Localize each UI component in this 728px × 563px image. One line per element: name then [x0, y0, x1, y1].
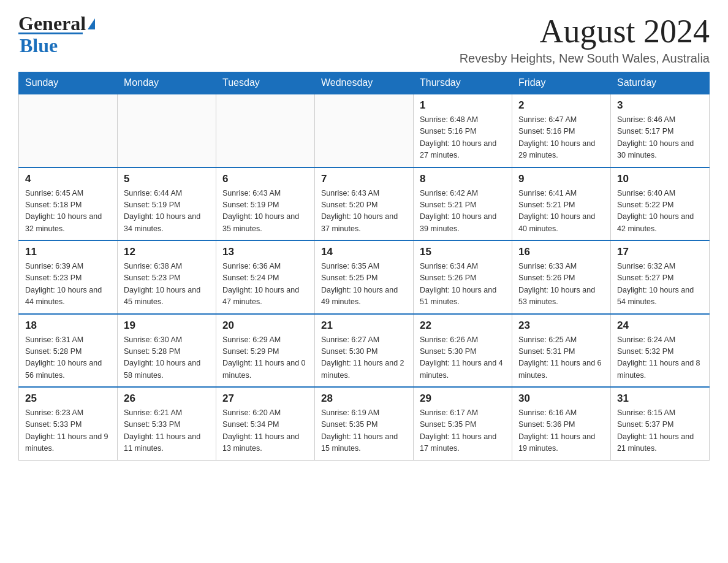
- day-info: Sunrise: 6:42 AMSunset: 5:21 PMDaylight:…: [420, 188, 506, 236]
- day-info: Sunrise: 6:15 AMSunset: 5:37 PMDaylight:…: [617, 407, 703, 455]
- calendar-day-cell: 29Sunrise: 6:17 AMSunset: 5:35 PMDayligh…: [414, 387, 512, 460]
- calendar-day-cell: [118, 94, 216, 167]
- day-info: Sunrise: 6:36 AMSunset: 5:24 PMDaylight:…: [222, 261, 308, 308]
- calendar-day-cell: 10Sunrise: 6:40 AMSunset: 5:22 PMDayligh…: [611, 167, 710, 241]
- location-text: Revesby Heights, New South Wales, Austra…: [460, 52, 710, 66]
- day-info: Sunrise: 6:35 AMSunset: 5:25 PMDaylight:…: [321, 261, 407, 308]
- day-number: 16: [518, 246, 604, 258]
- day-info: Sunrise: 6:41 AMSunset: 5:21 PMDaylight:…: [518, 188, 604, 236]
- day-info: Sunrise: 6:16 AMSunset: 5:36 PMDaylight:…: [518, 407, 604, 455]
- day-number: 17: [617, 246, 703, 258]
- calendar-day-cell: 19Sunrise: 6:30 AMSunset: 5:28 PMDayligh…: [118, 314, 216, 388]
- logo-general-text: General: [18, 12, 86, 35]
- calendar-day-cell: 8Sunrise: 6:42 AMSunset: 5:21 PMDaylight…: [414, 167, 512, 241]
- day-number: 14: [321, 246, 407, 258]
- day-number: 20: [222, 320, 308, 332]
- calendar-day-cell: 31Sunrise: 6:15 AMSunset: 5:37 PMDayligh…: [611, 387, 710, 460]
- day-number: 5: [124, 173, 210, 185]
- day-info: Sunrise: 6:19 AMSunset: 5:35 PMDaylight:…: [321, 407, 407, 455]
- day-info: Sunrise: 6:17 AMSunset: 5:35 PMDaylight:…: [420, 407, 506, 455]
- calendar-header-row: SundayMondayTuesdayWednesdayThursdayFrid…: [19, 72, 710, 94]
- day-info: Sunrise: 6:33 AMSunset: 5:26 PMDaylight:…: [518, 261, 604, 308]
- day-number: 18: [25, 320, 111, 332]
- day-info: Sunrise: 6:38 AMSunset: 5:23 PMDaylight:…: [124, 261, 210, 308]
- calendar-day-cell: 3Sunrise: 6:46 AMSunset: 5:17 PMDaylight…: [611, 94, 710, 167]
- day-info: Sunrise: 6:26 AMSunset: 5:30 PMDaylight:…: [420, 334, 506, 382]
- calendar-day-cell: 5Sunrise: 6:44 AMSunset: 5:19 PMDaylight…: [118, 167, 216, 241]
- calendar-header-tuesday: Tuesday: [216, 72, 315, 94]
- logo-blue-text: Blue: [20, 34, 58, 56]
- calendar-week-row: 11Sunrise: 6:39 AMSunset: 5:23 PMDayligh…: [19, 240, 710, 314]
- day-info: Sunrise: 6:48 AMSunset: 5:16 PMDaylight:…: [420, 114, 506, 162]
- calendar-day-cell: 17Sunrise: 6:32 AMSunset: 5:27 PMDayligh…: [611, 240, 710, 314]
- day-number: 19: [124, 320, 210, 332]
- calendar-day-cell: 27Sunrise: 6:20 AMSunset: 5:34 PMDayligh…: [216, 387, 315, 460]
- calendar-day-cell: 2Sunrise: 6:47 AMSunset: 5:16 PMDaylight…: [512, 94, 611, 167]
- day-number: 12: [124, 246, 210, 258]
- day-number: 25: [25, 393, 111, 405]
- day-number: 11: [25, 246, 111, 258]
- calendar-day-cell: 21Sunrise: 6:27 AMSunset: 5:30 PMDayligh…: [315, 314, 414, 388]
- day-info: Sunrise: 6:44 AMSunset: 5:19 PMDaylight:…: [124, 188, 210, 236]
- calendar-day-cell: 7Sunrise: 6:43 AMSunset: 5:20 PMDaylight…: [315, 167, 414, 241]
- calendar-table: SundayMondayTuesdayWednesdayThursdayFrid…: [18, 72, 710, 461]
- day-number: 26: [124, 393, 210, 405]
- calendar-day-cell: 4Sunrise: 6:45 AMSunset: 5:18 PMDaylight…: [19, 167, 118, 241]
- day-number: 21: [321, 320, 407, 332]
- day-info: Sunrise: 6:29 AMSunset: 5:29 PMDaylight:…: [222, 334, 308, 382]
- calendar-day-cell: 25Sunrise: 6:23 AMSunset: 5:33 PMDayligh…: [19, 387, 118, 460]
- calendar-header-thursday: Thursday: [414, 72, 512, 94]
- day-info: Sunrise: 6:46 AMSunset: 5:17 PMDaylight:…: [617, 114, 703, 162]
- day-number: 6: [222, 173, 308, 185]
- page-header: General Blue August 2024 Revesby Heights…: [18, 12, 710, 66]
- calendar-day-cell: 1Sunrise: 6:48 AMSunset: 5:16 PMDaylight…: [414, 94, 512, 167]
- calendar-day-cell: 28Sunrise: 6:19 AMSunset: 5:35 PMDayligh…: [315, 387, 414, 460]
- calendar-day-cell: 22Sunrise: 6:26 AMSunset: 5:30 PMDayligh…: [414, 314, 512, 388]
- day-number: 4: [25, 173, 111, 185]
- day-info: Sunrise: 6:43 AMSunset: 5:20 PMDaylight:…: [321, 188, 407, 236]
- day-info: Sunrise: 6:34 AMSunset: 5:26 PMDaylight:…: [420, 261, 506, 308]
- calendar-day-cell: 6Sunrise: 6:43 AMSunset: 5:19 PMDaylight…: [216, 167, 315, 241]
- calendar-day-cell: 14Sunrise: 6:35 AMSunset: 5:25 PMDayligh…: [315, 240, 414, 314]
- day-number: 13: [222, 246, 308, 258]
- calendar-day-cell: 12Sunrise: 6:38 AMSunset: 5:23 PMDayligh…: [118, 240, 216, 314]
- calendar-week-row: 4Sunrise: 6:45 AMSunset: 5:18 PMDaylight…: [19, 167, 710, 241]
- day-info: Sunrise: 6:47 AMSunset: 5:16 PMDaylight:…: [518, 114, 604, 162]
- calendar-header-wednesday: Wednesday: [315, 72, 414, 94]
- day-info: Sunrise: 6:27 AMSunset: 5:30 PMDaylight:…: [321, 334, 407, 382]
- day-number: 8: [420, 173, 506, 185]
- calendar-day-cell: 30Sunrise: 6:16 AMSunset: 5:36 PMDayligh…: [512, 387, 611, 460]
- day-number: 31: [617, 393, 703, 405]
- day-number: 27: [222, 393, 308, 405]
- day-number: 28: [321, 393, 407, 405]
- day-number: 15: [420, 246, 506, 258]
- day-info: Sunrise: 6:43 AMSunset: 5:19 PMDaylight:…: [222, 188, 308, 236]
- calendar-day-cell: [216, 94, 315, 167]
- calendar-day-cell: 11Sunrise: 6:39 AMSunset: 5:23 PMDayligh…: [19, 240, 118, 314]
- day-info: Sunrise: 6:39 AMSunset: 5:23 PMDaylight:…: [25, 261, 111, 308]
- calendar-week-row: 18Sunrise: 6:31 AMSunset: 5:28 PMDayligh…: [19, 314, 710, 388]
- day-info: Sunrise: 6:20 AMSunset: 5:34 PMDaylight:…: [222, 407, 308, 455]
- day-info: Sunrise: 6:24 AMSunset: 5:32 PMDaylight:…: [617, 334, 703, 382]
- calendar-day-cell: 18Sunrise: 6:31 AMSunset: 5:28 PMDayligh…: [19, 314, 118, 388]
- day-number: 22: [420, 320, 506, 332]
- calendar-header-friday: Friday: [512, 72, 611, 94]
- month-year-heading: August 2024: [460, 12, 710, 50]
- calendar-header-sunday: Sunday: [19, 72, 118, 94]
- calendar-day-cell: 13Sunrise: 6:36 AMSunset: 5:24 PMDayligh…: [216, 240, 315, 314]
- day-info: Sunrise: 6:25 AMSunset: 5:31 PMDaylight:…: [518, 334, 604, 382]
- day-number: 9: [518, 173, 604, 185]
- calendar-day-cell: [315, 94, 414, 167]
- title-area: August 2024 Revesby Heights, New South W…: [460, 12, 710, 66]
- day-number: 23: [518, 320, 604, 332]
- day-number: 29: [420, 393, 506, 405]
- calendar-day-cell: 26Sunrise: 6:21 AMSunset: 5:33 PMDayligh…: [118, 387, 216, 460]
- day-number: 30: [518, 393, 604, 405]
- day-number: 2: [518, 99, 604, 112]
- calendar-week-row: 1Sunrise: 6:48 AMSunset: 5:16 PMDaylight…: [19, 94, 710, 167]
- calendar-day-cell: 15Sunrise: 6:34 AMSunset: 5:26 PMDayligh…: [414, 240, 512, 314]
- calendar-day-cell: 23Sunrise: 6:25 AMSunset: 5:31 PMDayligh…: [512, 314, 611, 388]
- logo: General Blue: [18, 12, 95, 57]
- day-number: 10: [617, 173, 703, 185]
- day-info: Sunrise: 6:45 AMSunset: 5:18 PMDaylight:…: [25, 188, 111, 236]
